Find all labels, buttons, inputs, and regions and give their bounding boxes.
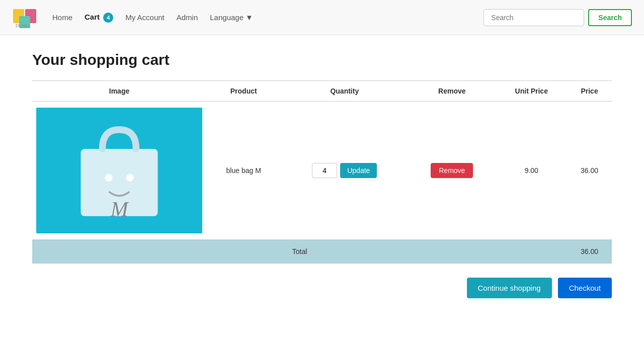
product-image-cell: M [32,102,206,240]
nav-admin[interactable]: Admin [177,13,198,22]
row-price: 36.00 [567,102,612,240]
cart-table: Image Product Quantity Remove Unit Price… [32,80,612,264]
remove-cell: Remove [408,102,496,240]
cart-badge: 4 [103,13,113,23]
col-image: Image [32,81,206,102]
nav-home[interactable]: Home [52,13,72,22]
svg-text:M: M [110,198,129,221]
search-button[interactable]: Search [588,9,632,26]
quantity-input[interactable] [312,163,337,178]
col-price: Price [567,81,612,102]
logo[interactable]: DEMO [12,5,42,30]
checkout-button[interactable]: Checkout [558,278,612,298]
svg-point-6 [126,174,133,182]
col-product: Product [206,81,281,102]
unit-price: 9.00 [496,102,567,240]
table-row: M blue bag M Update Remove [32,102,612,240]
navbar: DEMO Home Cart 4 My Account Admin Langua… [0,0,644,35]
continue-shopping-button[interactable]: Continue shopping [467,278,552,298]
col-remove: Remove [408,81,496,102]
product-image: M [36,108,202,233]
update-button[interactable]: Update [340,163,377,178]
nav-cart[interactable]: Cart 4 [85,13,113,23]
chevron-down-icon: ▼ [246,13,253,22]
main-content: Your shopping cart Image Product Quantit… [20,35,624,314]
page-title: Your shopping cart [32,51,612,68]
total-value: 36.00 [567,239,612,264]
col-unit-price: Unit Price [496,81,567,102]
nav-links: Home Cart 4 My Account Admin Language ▼ [52,13,484,23]
svg-text:DEMO: DEMO [16,23,29,28]
nav-my-account[interactable]: My Account [125,13,165,22]
search-input[interactable] [484,9,584,26]
nav-language-dropdown[interactable]: Language ▼ [210,13,253,22]
cart-actions: Continue shopping Checkout [32,278,612,298]
total-row: Total 36.00 [32,239,612,264]
total-label: Total [32,239,567,264]
product-name: blue bag M [206,102,281,240]
svg-point-5 [105,174,112,182]
remove-button[interactable]: Remove [431,163,473,178]
table-header-row: Image Product Quantity Remove Unit Price… [32,81,612,102]
quantity-cell: Update [281,102,408,240]
bag-illustration: M [69,115,170,226]
col-quantity: Quantity [281,81,408,102]
search-area: Search [484,9,632,26]
